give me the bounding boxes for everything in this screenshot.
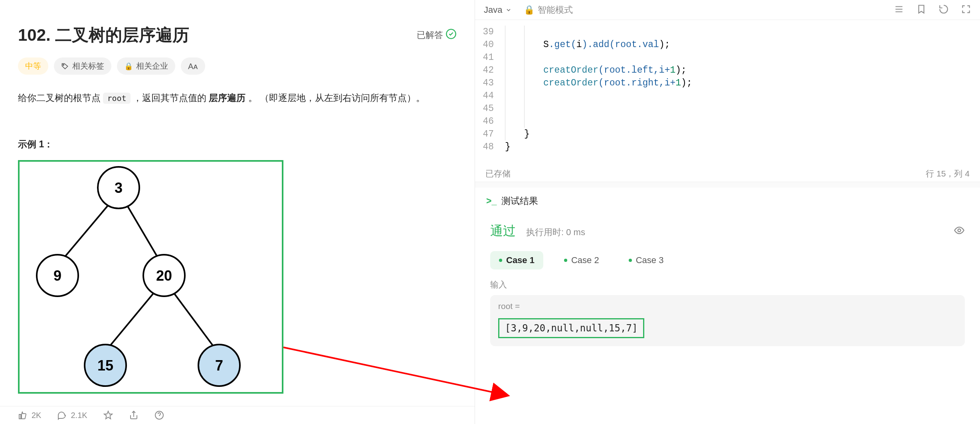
editor-status-bar: 已存储 行 15，列 4	[475, 165, 980, 182]
reset-icon[interactable]	[938, 4, 949, 16]
line-number: 44	[475, 91, 505, 101]
comment-icon	[57, 410, 67, 420]
line-number: 42	[475, 65, 505, 75]
root-param-label: root =	[498, 301, 957, 311]
title-row: 102. 二叉树的层序遍历 已解答	[18, 24, 457, 46]
status-dot-icon	[564, 259, 567, 262]
editor-panel: Java 🔒 智能模式 39 40S.get(i).add(root.val);…	[475, 0, 980, 424]
desc-prefix: 给你二叉树的根节点	[18, 93, 103, 103]
status-dot-icon	[499, 259, 502, 262]
case-tab-1[interactable]: Case 1	[490, 251, 543, 269]
case-tabs: Case 1 Case 2 Case 3	[486, 248, 969, 279]
companies-chip[interactable]: 🔒 相关企业	[117, 57, 175, 75]
input-section-label: 输入	[486, 279, 969, 295]
line-number: 41	[475, 52, 505, 63]
line-number: 48	[475, 142, 505, 152]
share-button[interactable]	[129, 410, 139, 420]
footer-row: 2K 2.1K	[0, 406, 475, 424]
case-label: Case 2	[571, 255, 599, 265]
question-icon	[154, 410, 164, 420]
like-count: 2K	[32, 411, 41, 420]
svg-text:3: 3	[115, 180, 123, 196]
code-editor[interactable]: 39 40S.get(i).add(root.val); 41 42creatO…	[475, 20, 980, 165]
case-label: Case 1	[506, 255, 535, 265]
case-label: Case 3	[636, 255, 664, 265]
chevron-down-icon	[505, 7, 512, 13]
pass-label: 通过	[490, 222, 516, 240]
svg-point-17	[958, 229, 961, 232]
solved-label: 已解答	[417, 29, 443, 41]
list-icon[interactable]	[894, 4, 904, 16]
desc-bold: 层序遍历	[209, 93, 245, 103]
star-icon	[103, 410, 113, 420]
desc-suffix1: 。	[248, 93, 257, 103]
example-tree-image: 3 9 20 15 7	[18, 160, 283, 394]
terminal-icon: >_	[486, 196, 497, 206]
svg-text:9: 9	[53, 267, 61, 284]
language-label: Java	[484, 5, 502, 15]
status-dot-icon	[629, 259, 632, 262]
smart-mode-toggle[interactable]: 🔒 智能模式	[524, 4, 573, 16]
svg-text:7: 7	[215, 357, 223, 374]
difficulty-chip[interactable]: 中等	[18, 57, 48, 75]
problem-panel: 102. 二叉树的层序遍历 已解答 中等 相关标签 🔒 相关企业 Aᴀ 给你二叉…	[0, 0, 475, 424]
input-value[interactable]: [3,9,20,null,null,15,7]	[498, 318, 644, 338]
results-title: 测试结果	[501, 195, 538, 207]
line-number: 45	[475, 103, 505, 114]
case-tab-2[interactable]: Case 2	[555, 251, 608, 269]
desc-code-root: root	[103, 93, 130, 104]
problem-title-text: 二叉树的层序遍历	[55, 26, 189, 44]
smart-mode-label: 智能模式	[538, 4, 573, 16]
results-header[interactable]: >_ 测试结果	[486, 188, 969, 214]
line-number: 47	[475, 129, 505, 139]
bookmark-icon[interactable]	[916, 4, 927, 16]
problem-number: 102.	[18, 26, 51, 44]
svg-line-5	[169, 286, 217, 351]
problem-description: 给你二叉树的根节点 root ，返回其节点值的 层序遍历 。 （即逐层地，从左到…	[18, 90, 457, 106]
svg-text:20: 20	[156, 267, 172, 284]
example-title: 示例 1：	[18, 138, 457, 151]
desc-mid: ，返回其节点值的	[133, 93, 209, 103]
runtime-label: 执行用时: 0 ms	[526, 226, 585, 238]
pane-resize-handle[interactable]	[470, 0, 475, 424]
line-number: 39	[475, 27, 505, 37]
svg-text:15: 15	[97, 357, 113, 374]
solved-badge: 已解答	[417, 28, 457, 42]
lock-icon: 🔒	[124, 62, 133, 71]
share-icon	[129, 410, 139, 420]
svg-line-4	[105, 286, 159, 351]
case-tab-3[interactable]: Case 3	[620, 251, 673, 269]
star-button[interactable]	[103, 410, 113, 420]
editor-toolbar: Java 🔒 智能模式	[475, 0, 980, 20]
like-button[interactable]: 2K	[18, 410, 41, 420]
svg-point-1	[63, 64, 64, 65]
cursor-position: 行 15，列 4	[926, 168, 970, 179]
tags-label: 相关标签	[72, 61, 104, 71]
desc-suffix2: （即逐层地，从左到右访问所有节点）。	[260, 93, 425, 103]
test-results-panel: >_ 测试结果 通过 执行用时: 0 ms Case 1 Case 2 Case…	[475, 188, 980, 424]
comment-count: 2.1K	[71, 411, 87, 420]
comment-button[interactable]: 2.1K	[57, 410, 87, 420]
fullscreen-icon[interactable]	[961, 4, 971, 16]
language-select[interactable]: Java	[484, 5, 512, 15]
thumbs-up-icon	[18, 410, 28, 420]
pass-row: 通过 执行用时: 0 ms	[486, 214, 969, 248]
eye-icon[interactable]	[954, 225, 965, 238]
companies-label: 相关企业	[136, 61, 168, 71]
hint-chip[interactable]: Aᴀ	[181, 57, 205, 75]
line-number: 40	[475, 40, 505, 50]
check-circle-icon	[445, 28, 457, 42]
tags-chip[interactable]: 相关标签	[54, 57, 111, 75]
tag-icon	[61, 62, 69, 70]
lock-icon: 🔒	[524, 5, 535, 15]
chip-row: 中等 相关标签 🔒 相关企业 Aᴀ	[18, 57, 457, 75]
problem-title: 102. 二叉树的层序遍历	[18, 24, 189, 46]
saved-label: 已存储	[485, 168, 511, 179]
line-number: 43	[475, 78, 505, 88]
line-number: 46	[475, 116, 505, 127]
help-button[interactable]	[154, 410, 164, 420]
svg-line-2	[57, 198, 115, 265]
input-card: root = [3,9,20,null,null,15,7]	[490, 295, 965, 346]
